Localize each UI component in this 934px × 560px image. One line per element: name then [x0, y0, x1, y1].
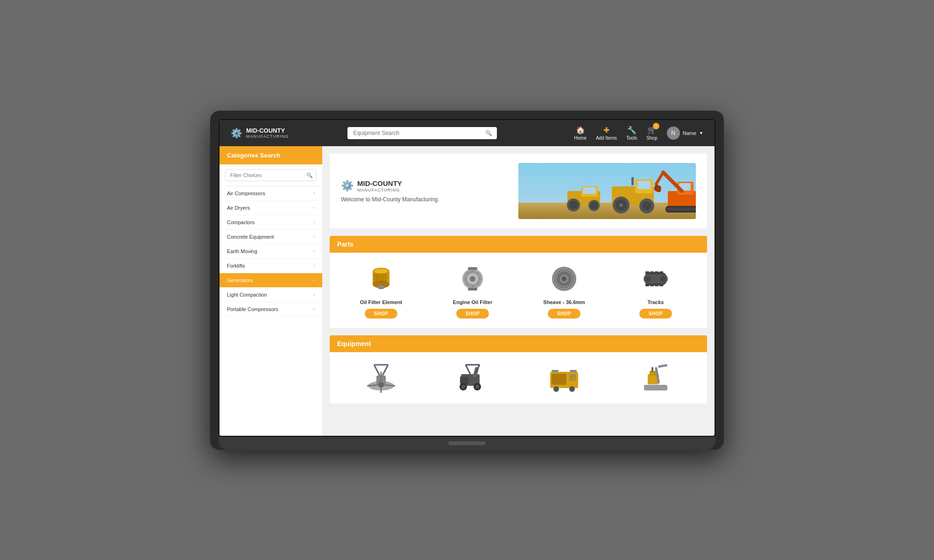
nav-items: 🏠 Home ✚ Add Items 🔧 Tools 🛒 1 Shop — [574, 126, 703, 141]
nav-shop[interactable]: 🛒 1 Shop — [646, 126, 657, 141]
sidebar-filter-area: 🔍 — [219, 164, 322, 186]
svg-point-103 — [569, 386, 575, 392]
sidebar-label-earth-moving: Earth Moving — [227, 248, 257, 254]
header: ⚙️ MID-COUNTY MANUFACTURING 🔍 🏠 Home — [219, 120, 715, 146]
sidebar-label-forklifts: Forklifts — [227, 263, 245, 269]
tracks-svg — [641, 264, 671, 294]
oil-filter-shop-button[interactable]: SHOP — [365, 309, 397, 319]
equipment-card-generator — [522, 362, 606, 394]
oil-filter-element-svg — [366, 264, 396, 294]
sheave-shop-button[interactable]: SHOP — [548, 309, 580, 319]
chevron-right-icon: › — [313, 263, 315, 268]
sidebar-item-air-compressors[interactable]: Air Compressors › — [219, 186, 322, 201]
generator-image — [545, 362, 583, 394]
svg-rect-63 — [655, 271, 658, 274]
svg-rect-51 — [468, 288, 477, 291]
svg-rect-64 — [659, 271, 663, 274]
sidebar-label-portable-compressors: Portable Compressors — [227, 306, 278, 312]
tracks-name: Tracks — [648, 299, 664, 305]
user-area[interactable]: N Name ▼ — [667, 127, 703, 140]
sidebar-item-forklifts[interactable]: Forklifts › — [219, 259, 322, 273]
gears-icon: ⚙️ — [231, 128, 242, 139]
sidebar-item-compactors[interactable]: Compactors › — [219, 215, 322, 230]
sheave-name: Sheave - 36.6mm — [543, 299, 585, 305]
svg-line-81 — [382, 365, 388, 376]
hero-company-info: MID-COUNTY MANUFACTURING — [357, 179, 402, 192]
oil-filter-name: Oil Filter Element — [360, 299, 402, 305]
snow-blower-image — [454, 362, 491, 394]
svg-rect-62 — [650, 271, 654, 274]
svg-rect-17 — [667, 207, 696, 211]
svg-rect-65 — [645, 284, 649, 286]
engine-oil-filter-svg — [458, 264, 488, 294]
sidebar-label-concrete-equipment: Concrete Equipment — [227, 234, 274, 240]
search-bar[interactable]: 🔍 — [347, 127, 497, 139]
svg-rect-10 — [631, 177, 634, 185]
avatar: N — [667, 127, 680, 140]
equipment-section: Equipment — [330, 335, 707, 404]
svg-point-24 — [590, 202, 598, 209]
sidebar-item-concrete-equipment[interactable]: Concrete Equipment › — [219, 230, 322, 244]
sidebar-label-generators: Generators — [227, 277, 253, 283]
svg-point-102 — [553, 386, 559, 392]
right-content: ⚙️ MID-COUNTY MANUFACTURING Welcome to M… — [322, 146, 715, 436]
sidebar-item-generators[interactable]: Generators › — [219, 273, 322, 288]
svg-rect-96 — [570, 375, 572, 377]
nav-tools[interactable]: 🔧 Tools — [626, 126, 637, 141]
sidebar-item-earth-moving[interactable]: Earth Moving › — [219, 244, 322, 259]
product-card-oil-filter: Oil Filter Element SHOP — [339, 262, 423, 319]
parts-section-header: Parts — [330, 236, 707, 253]
chevron-right-icon: › — [313, 292, 315, 297]
laptop-base — [219, 437, 715, 450]
svg-point-90 — [475, 385, 479, 389]
equipment-card-snow-blower — [431, 362, 515, 394]
hero-company-main: MID-COUNTY — [357, 179, 402, 188]
chevron-right-icon: › — [313, 205, 315, 210]
logo-sub: MANUFACTURING — [246, 134, 289, 139]
cart-badge: 1 — [653, 123, 659, 129]
svg-point-70 — [645, 276, 651, 282]
tracks-shop-button[interactable]: SHOP — [639, 309, 672, 319]
sidebar-label-light-compaction: Light Compaction — [227, 292, 267, 298]
svg-point-73 — [653, 276, 658, 281]
nav-add-items[interactable]: ✚ Add Items — [596, 126, 617, 141]
svg-rect-99 — [552, 374, 566, 385]
svg-rect-66 — [650, 284, 654, 286]
main-content: Categories Search 🔍 Air Compressors › Ai… — [219, 146, 715, 436]
sidebar-item-light-compaction[interactable]: Light Compaction › — [219, 288, 322, 302]
filter-search-icon: 🔍 — [306, 172, 313, 178]
sidebar-item-portable-compressors[interactable]: Portable Compressors › — [219, 302, 322, 317]
search-input[interactable] — [347, 127, 497, 139]
svg-rect-100 — [552, 370, 559, 372]
nav-home[interactable]: 🏠 Home — [574, 126, 587, 141]
power-trowel-image — [362, 362, 400, 394]
power-trowel-svg — [365, 362, 397, 393]
equipment-section-header: Equipment — [330, 335, 707, 352]
sidebar-item-air-dryers[interactable]: Air Dryers › — [219, 201, 322, 215]
svg-point-9 — [642, 201, 651, 211]
parts-section: Parts — [330, 236, 707, 328]
equipment-grid — [339, 362, 698, 394]
sidebar-label-air-compressors: Air Compressors — [227, 191, 265, 196]
generator-svg — [548, 362, 580, 393]
plate-compactor-svg — [639, 362, 672, 393]
nav-shop-label: Shop — [646, 135, 657, 141]
svg-rect-20 — [583, 187, 596, 194]
filter-input[interactable] — [225, 169, 317, 181]
sidebar-label-air-dryers: Air Dryers — [227, 205, 250, 211]
nav-home-label: Home — [574, 135, 587, 141]
hero-image — [518, 163, 696, 219]
svg-rect-98 — [570, 378, 572, 380]
hero-equipment-svg — [518, 163, 696, 219]
cart-icon: 🛒 1 — [647, 126, 657, 135]
sidebar: Categories Search 🔍 Air Compressors › Ai… — [219, 146, 322, 436]
parts-section-body: Oil Filter Element SHOP — [330, 253, 707, 328]
product-card-tracks: Tracks SHOP — [614, 262, 698, 319]
nav-tools-label: Tools — [626, 135, 637, 141]
chevron-right-icon: › — [313, 191, 315, 196]
sidebar-label-compactors: Compactors — [227, 220, 255, 225]
svg-rect-68 — [659, 284, 663, 286]
chevron-right-icon: › — [313, 306, 315, 312]
engine-filter-shop-button[interactable]: SHOP — [456, 309, 489, 319]
chevron-right-icon: › — [313, 277, 315, 283]
